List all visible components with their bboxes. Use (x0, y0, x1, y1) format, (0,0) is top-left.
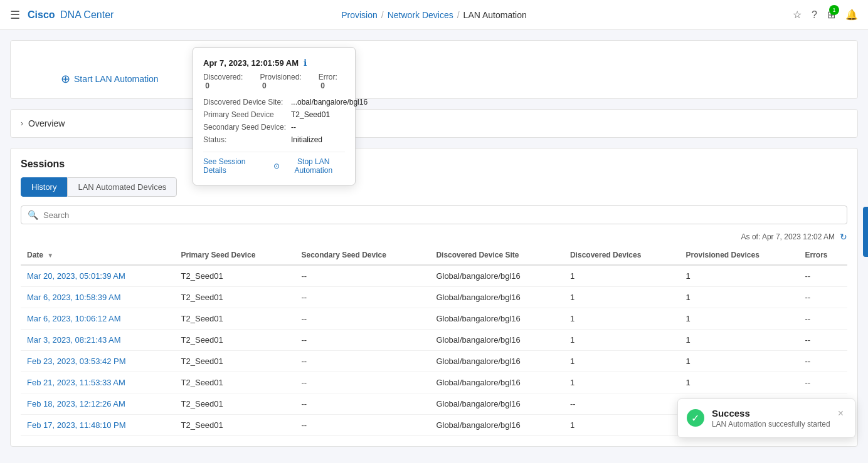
table-header-row: Date ▼ Primary Seed Device Secondary See… (21, 246, 847, 265)
sessions-title: Sessions (21, 159, 847, 170)
toast: ✓ Success LAN Automation succesfully sta… (677, 398, 855, 438)
nav-left: ☰ Cisco DNA Center (10, 8, 114, 22)
cell-provisioned-4: 1 (679, 351, 798, 372)
cell-date-4: Feb 23, 2023, 03:53:42 PM (21, 351, 175, 372)
see-session-link[interactable]: See Session Details (203, 157, 263, 175)
popover-row-site: Discovered Device Site: ...obal/bangalor… (203, 98, 345, 107)
stop-lan-button[interactable]: ⊙ Stop LAN Automation (273, 157, 346, 175)
search-input[interactable] (43, 211, 840, 220)
col-errors: Errors (798, 246, 847, 265)
date-link-0[interactable]: Mar 20, 2023, 05:01:39 AM (27, 271, 125, 281)
cell-site-6: Global/bangalore/bgl16 (430, 393, 564, 415)
cell-site-0: Global/bangalore/bgl16 (430, 265, 564, 287)
cell-secondary-6: -- (295, 393, 430, 415)
table-meta: As of: Apr 7, 2023 12:02 AM ↻ (21, 232, 847, 242)
star-icon[interactable]: ☆ (793, 9, 802, 21)
breadcrumb: Provision / Network Devices / LAN Automa… (341, 10, 527, 20)
plus-circle-icon: ⊕ (61, 72, 70, 86)
col-date[interactable]: Date ▼ (21, 246, 175, 265)
popover-actions: See Session Details ⊙ Stop LAN Automatio… (203, 152, 345, 175)
sort-arrow-date: ▼ (47, 252, 53, 259)
col-secondary-seed: Secondary Seed Device (295, 246, 430, 265)
cell-primary-3: T2_Seed01 (175, 330, 295, 351)
brand-cisco: Cisco (28, 9, 55, 21)
right-accent-bar (863, 207, 868, 257)
toast-close-button[interactable]: × (838, 408, 844, 419)
bell-icon[interactable]: 🔔 (845, 9, 858, 21)
cell-site-3: Global/bangalore/bgl16 (430, 330, 564, 351)
popover-header: Apr 7, 2023, 12:01:59 AM ℹ (203, 58, 345, 68)
cell-primary-6: T2_Seed01 (175, 393, 295, 415)
cell-primary-4: T2_Seed01 (175, 351, 295, 372)
hamburger-icon[interactable]: ☰ (10, 8, 20, 22)
apps-badge: 1 (829, 5, 839, 15)
cell-secondary-5: -- (295, 372, 430, 393)
date-link-6[interactable]: Feb 18, 2023, 12:12:26 AM (27, 399, 125, 408)
cell-date-3: Mar 3, 2023, 08:21:43 AM (21, 330, 175, 351)
cell-discovered-0: 1 (564, 265, 680, 287)
tab-lan-automated-devices[interactable]: LAN Automated Devices (67, 177, 177, 197)
date-link-7[interactable]: Feb 17, 2023, 11:48:10 PM (27, 420, 126, 430)
cell-date-7: Feb 17, 2023, 11:48:10 PM (21, 415, 175, 436)
brand: Cisco DNA Center (28, 9, 114, 21)
col-primary-seed: Primary Seed Device (175, 246, 295, 265)
table-as-of: As of: Apr 7, 2023 12:02 AM (741, 232, 835, 241)
cell-discovered-7: 1 (564, 415, 680, 436)
popover-stats: Discovered: 0 Provisioned: 0 Error: 0 (203, 73, 345, 90)
provisioned-stat: Provisioned: 0 (260, 73, 309, 90)
apps-icon[interactable]: ⊞ 1 (827, 9, 835, 21)
error-stat: Error: 0 (319, 73, 345, 90)
date-link-2[interactable]: Mar 6, 2023, 10:06:12 AM (27, 314, 121, 323)
sessions-tabs: History LAN Automated Devices (21, 177, 847, 197)
table-row: Feb 21, 2023, 11:53:33 AM T2_Seed01 -- G… (21, 372, 847, 393)
cell-site-2: Global/bangalore/bgl16 (430, 308, 564, 330)
table-row: Mar 3, 2023, 08:21:43 AM T2_Seed01 -- Gl… (21, 330, 847, 351)
overview-section[interactable]: › Overview (10, 109, 858, 138)
col-provisioned: Provisioned Devices (679, 246, 798, 265)
breadcrumb-network-devices[interactable]: Network Devices (388, 10, 453, 20)
col-discovered: Discovered Devices (564, 246, 680, 265)
tab-history[interactable]: History (21, 177, 67, 197)
start-lan-button[interactable]: ⊕ Start LAN Automation (61, 72, 159, 86)
cell-errors-2: -- (798, 308, 847, 330)
breadcrumb-provision[interactable]: Provision (341, 10, 378, 20)
popover-title: Apr 7, 2023, 12:01:59 AM (203, 58, 299, 68)
table-row: Mar 6, 2023, 10:06:12 AM T2_Seed01 -- Gl… (21, 308, 847, 330)
toast-message: LAN Automation succesfully started (712, 420, 830, 429)
cell-primary-2: T2_Seed01 (175, 308, 295, 330)
cell-provisioned-3: 1 (679, 330, 798, 351)
search-icon: 🔍 (28, 210, 38, 220)
date-link-4[interactable]: Feb 23, 2023, 03:53:42 PM (27, 356, 126, 366)
cell-provisioned-2: 1 (679, 308, 798, 330)
cell-provisioned-5: 1 (679, 372, 798, 393)
popover-info-icon: ℹ (304, 58, 307, 68)
breadcrumb-sep-1: / (381, 10, 384, 20)
date-link-1[interactable]: Mar 6, 2023, 10:58:39 AM (27, 293, 121, 302)
cell-secondary-0: -- (295, 265, 430, 287)
main-content: ⊕ Start LAN Automation Apr 7, 2023, 12:0… (0, 30, 868, 457)
brand-dna: DNA Center (58, 9, 114, 21)
cell-errors-1: -- (798, 287, 847, 308)
breadcrumb-sep-2: / (457, 10, 460, 20)
cell-date-2: Mar 6, 2023, 10:06:12 AM (21, 308, 175, 330)
cell-site-1: Global/bangalore/bgl16 (430, 287, 564, 308)
toast-success-icon: ✓ (687, 409, 704, 427)
cell-primary-1: T2_Seed01 (175, 287, 295, 308)
refresh-icon[interactable]: ↻ (840, 232, 847, 242)
cell-primary-5: T2_Seed01 (175, 372, 295, 393)
cell-secondary-1: -- (295, 287, 430, 308)
top-section: ⊕ Start LAN Automation Apr 7, 2023, 12:0… (10, 40, 858, 99)
toast-title: Success (712, 408, 830, 419)
cell-primary-7: T2_Seed01 (175, 415, 295, 436)
cell-discovered-6: -- (564, 393, 680, 415)
cell-errors-0: -- (798, 265, 847, 287)
cell-site-5: Global/bangalore/bgl16 (430, 372, 564, 393)
cell-discovered-2: 1 (564, 308, 680, 330)
stop-icon: ⊙ (273, 162, 280, 170)
date-link-3[interactable]: Mar 3, 2023, 08:21:43 AM (27, 335, 121, 345)
cell-errors-5: -- (798, 372, 847, 393)
cell-secondary-3: -- (295, 330, 430, 351)
popover: Apr 7, 2023, 12:01:59 AM ℹ Discovered: 0… (193, 47, 356, 185)
date-link-5[interactable]: Feb 21, 2023, 11:53:33 AM (27, 378, 125, 387)
help-icon[interactable]: ? (812, 9, 817, 21)
